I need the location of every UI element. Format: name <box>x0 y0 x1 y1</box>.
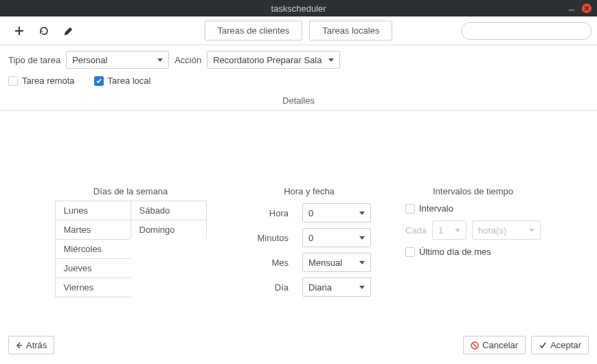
day-value: Diaria <box>308 282 332 293</box>
details-header: Detalles <box>0 91 597 111</box>
search-field[interactable] <box>461 22 592 40</box>
day-dropdown[interactable]: Diaria <box>302 277 371 297</box>
weekdays-panel: Días de la semana LunesSábadoMartesDomin… <box>55 186 206 297</box>
minute-value: 0 <box>308 233 313 243</box>
toolbar: Tareas de clientes Tareas locales <box>0 16 597 45</box>
accept-button[interactable]: Aceptar <box>531 336 589 354</box>
weekdays-header: Días de la semana <box>55 186 206 201</box>
action-label: Acción <box>174 55 201 65</box>
day-domingo[interactable]: Domingo <box>131 220 207 240</box>
back-button[interactable]: Atrás <box>8 336 54 354</box>
local-task-checkbox[interactable]: Tarea local <box>94 76 151 86</box>
cancel-button[interactable]: Cancelar <box>463 336 526 354</box>
hour-label: Hora <box>247 208 289 218</box>
day-empty <box>131 277 207 297</box>
chevron-down-icon <box>157 58 163 62</box>
close-icon[interactable] <box>582 3 592 13</box>
interval-unit-value: hora(s) <box>478 225 506 236</box>
checkbox-checked-icon <box>94 76 104 86</box>
refresh-button[interactable] <box>37 24 51 38</box>
chevron-down-icon <box>359 286 365 289</box>
chevron-down-icon <box>359 261 365 264</box>
day-empty <box>131 239 207 259</box>
day-empty <box>131 258 207 278</box>
tab-client-tasks[interactable]: Tareas de clientes <box>205 21 303 41</box>
minute-label: Minutos <box>247 233 289 243</box>
day-lunes[interactable]: Lunes <box>55 201 131 220</box>
each-label: Cada <box>405 225 427 236</box>
tab-local-tasks[interactable]: Tareas locales <box>309 21 392 41</box>
window-title: taskscheduler <box>0 3 597 14</box>
hour-value: 0 <box>308 208 313 218</box>
day-sábado[interactable]: Sábado <box>131 201 207 220</box>
chevron-down-icon <box>455 229 460 232</box>
remote-task-checkbox[interactable]: Tarea remota <box>8 76 75 86</box>
day-miércoles[interactable]: Miércoles <box>55 239 131 259</box>
remote-task-label: Tarea remota <box>22 76 75 86</box>
checkbox-icon <box>405 247 415 257</box>
chevron-down-icon <box>529 229 534 232</box>
search-input[interactable] <box>471 25 587 36</box>
interval-count-dropdown[interactable]: 1 <box>432 220 466 240</box>
day-label: Día <box>247 282 289 293</box>
window-titlebar: taskscheduler <box>0 0 597 16</box>
action-value: Recordatorio Preparar Sala <box>213 55 322 65</box>
arrow-left-icon <box>16 342 23 349</box>
add-button[interactable] <box>12 24 26 38</box>
last-day-checkbox[interactable]: Último día de mes <box>405 247 491 257</box>
interval-count-value: 1 <box>438 225 443 236</box>
interval-label: Intervalo <box>419 203 453 214</box>
chevron-down-icon <box>328 58 334 62</box>
action-dropdown[interactable]: Recordatorio Preparar Sala <box>207 51 340 69</box>
minute-dropdown[interactable]: 0 <box>302 228 371 247</box>
month-label: Mes <box>247 258 289 268</box>
checkbox-icon <box>8 76 18 86</box>
month-value: Mensual <box>308 258 342 268</box>
intervals-header: Intervalos de tiempo <box>405 186 541 203</box>
last-day-label: Último día de mes <box>419 247 491 257</box>
day-martes[interactable]: Martes <box>55 220 131 240</box>
chevron-down-icon <box>359 236 365 240</box>
hour-dropdown[interactable]: 0 <box>302 203 371 223</box>
accept-label: Aceptar <box>550 340 581 350</box>
local-task-label: Tarea local <box>108 76 151 86</box>
back-label: Atrás <box>26 340 47 350</box>
task-type-label: Tipo de tarea <box>8 55 60 65</box>
datetime-panel: Hora y fecha Hora 0 Minutos 0 Mes Mensua… <box>247 186 371 302</box>
check-icon <box>539 341 547 350</box>
checkbox-icon <box>405 204 415 214</box>
datetime-header: Hora y fecha <box>247 186 371 203</box>
day-jueves[interactable]: Jueves <box>55 258 131 278</box>
cancel-label: Cancelar <box>482 340 518 350</box>
intervals-panel: Intervalos de tiempo Intervalo Cada 1 ho… <box>405 186 541 264</box>
edit-button[interactable] <box>62 24 76 38</box>
interval-unit-dropdown[interactable]: hora(s) <box>472 220 541 240</box>
day-viernes[interactable]: Viernes <box>55 277 131 297</box>
chevron-down-icon <box>359 212 365 215</box>
task-type-dropdown[interactable]: Personal <box>66 51 169 69</box>
interval-checkbox[interactable]: Intervalo <box>405 203 453 214</box>
task-type-value: Personal <box>72 55 107 65</box>
month-dropdown[interactable]: Mensual <box>302 253 371 272</box>
minimize-icon[interactable] <box>567 3 576 13</box>
svg-rect-0 <box>569 10 574 11</box>
cancel-icon <box>471 341 479 350</box>
